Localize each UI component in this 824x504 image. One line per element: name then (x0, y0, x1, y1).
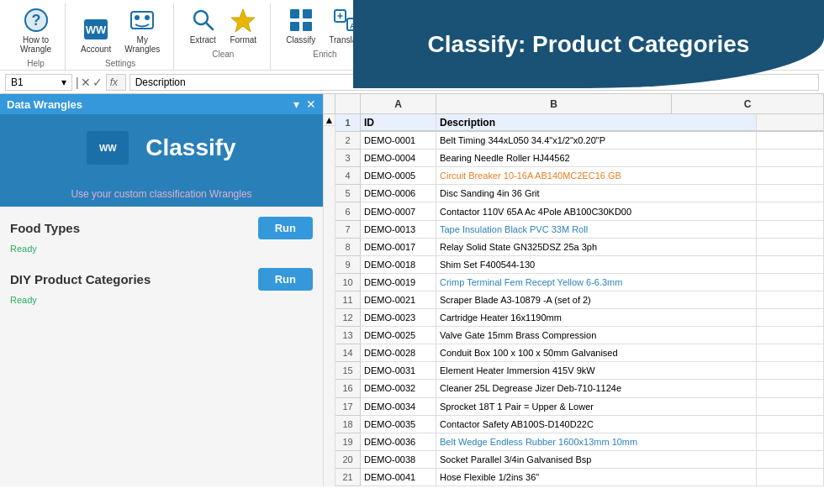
cell-a6[interactable]: DEMO-0007 (361, 202, 436, 220)
cell-c12[interactable] (757, 309, 824, 327)
cell-b4[interactable]: Circuit Breaker 10-16A AB140MC2EC16 GB (436, 167, 757, 185)
cell-c15[interactable] (757, 362, 824, 380)
cell-b11[interactable]: Scraper Blade A3-10879 -A (set of 2) (436, 291, 757, 309)
cell-c18[interactable] (757, 416, 824, 433)
cell-b9[interactable]: Shim Set F400544-130 (436, 256, 757, 274)
row-num-7[interactable]: 7 (335, 221, 361, 239)
cell-a3[interactable]: DEMO-0004 (361, 150, 436, 167)
cell-c19[interactable] (757, 433, 824, 451)
sidebar-collapse-button[interactable]: ▾ (293, 97, 299, 111)
cell-a16[interactable]: DEMO-0032 (361, 380, 436, 397)
row-num-10[interactable]: 10 (335, 274, 361, 291)
cell-c3[interactable] (757, 150, 824, 167)
cell-a8[interactable]: DEMO-0017 (361, 239, 436, 256)
cell-b21[interactable]: Hose Flexible 1/2ins 36" (436, 469, 757, 486)
cell-c9[interactable] (757, 256, 824, 274)
row-num-6[interactable]: 6 (335, 202, 361, 220)
row-num-3[interactable]: 3 (335, 150, 361, 167)
cell-b10[interactable]: Crimp Terminal Fem Recept Yellow 6-6.3mm (436, 274, 757, 291)
row-num-1[interactable]: 1 (335, 114, 361, 132)
header-cell-c[interactable] (757, 114, 824, 132)
row-num-13[interactable]: 13 (335, 327, 361, 344)
cell-a2[interactable]: DEMO-0001 (361, 132, 436, 150)
col-header-b[interactable]: B (436, 94, 672, 114)
cell-a5[interactable]: DEMO-0006 (361, 185, 436, 202)
cell-c6[interactable] (757, 202, 824, 220)
col-header-a[interactable]: A (361, 94, 436, 114)
row-num-19[interactable]: 19 (335, 433, 361, 451)
extract-button[interactable]: Extract (184, 3, 221, 48)
cell-b20[interactable]: Socket Parallel 3/4in Galvanised Bsp (436, 451, 757, 469)
cell-c14[interactable] (757, 344, 824, 362)
cell-c5[interactable] (757, 185, 824, 202)
sidebar-close-button[interactable]: ✕ (306, 97, 316, 111)
row-num-11[interactable]: 11 (335, 291, 361, 309)
cell-b7[interactable]: Tape Insulation Black PVC 33M Roll (436, 221, 757, 239)
cell-c21[interactable] (757, 469, 824, 486)
row-num-9[interactable]: 9 (335, 256, 361, 274)
cell-a20[interactable]: DEMO-0038 (361, 451, 436, 469)
cell-c7[interactable] (757, 221, 824, 239)
row-num-5[interactable]: 5 (335, 185, 361, 202)
cell-c4[interactable] (757, 167, 824, 185)
cell-a4[interactable]: DEMO-0005 (361, 167, 436, 185)
cell-a10[interactable]: DEMO-0019 (361, 274, 436, 291)
row-num-2[interactable]: 2 (335, 132, 361, 150)
cell-b3[interactable]: Bearing Needle Roller HJ44562 (436, 150, 757, 167)
row-num-18[interactable]: 18 (335, 416, 361, 433)
cell-a12[interactable]: DEMO-0023 (361, 309, 436, 327)
cell-b2[interactable]: Belt Timing 344xL050 34.4"x1/2"x0.20"P (436, 132, 757, 150)
run-food-button[interactable]: Run (258, 217, 313, 239)
cell-b16[interactable]: Cleaner 25L Degrease Jizer Deb-710-1124e (436, 380, 757, 397)
cell-b14[interactable]: Conduit Box 100 x 100 x 50mm Galvanised (436, 344, 757, 362)
col-header-c[interactable]: C (672, 94, 824, 114)
cell-b19[interactable]: Belt Wedge Endless Rubber 1600x13mm 10mm (436, 433, 757, 451)
cell-a19[interactable]: DEMO-0036 (361, 433, 436, 451)
cell-b17[interactable]: Sprocket 18T 1 Pair = Upper & Lower (436, 398, 757, 416)
cell-b5[interactable]: Disc Sanding 4in 36 Grit (436, 185, 757, 202)
row-num-21[interactable]: 21 (335, 469, 361, 486)
format-button[interactable]: Format (224, 3, 261, 48)
row-num-17[interactable]: 17 (335, 398, 361, 416)
classify-button[interactable]: Classify (281, 3, 320, 48)
row-num-8[interactable]: 8 (335, 239, 361, 256)
cell-c8[interactable] (757, 239, 824, 256)
cell-a15[interactable]: DEMO-0031 (361, 362, 436, 380)
row-num-15[interactable]: 15 (335, 362, 361, 380)
run-diy-button[interactable]: Run (258, 268, 313, 291)
cell-c10[interactable] (757, 274, 824, 291)
how-to-wrangle-button[interactable]: ? How toWrangle (15, 3, 56, 57)
cell-b18[interactable]: Contactor Safety AB100S-D140D22C (436, 416, 757, 433)
cell-c13[interactable] (757, 327, 824, 344)
scroll-up-arrow[interactable]: ▲ (324, 114, 335, 126)
cell-a14[interactable]: DEMO-0028 (361, 344, 436, 362)
cell-c17[interactable] (757, 398, 824, 416)
cell-reference[interactable]: B1 ▾ (5, 74, 72, 91)
cell-a21[interactable]: DEMO-0041 (361, 469, 436, 486)
cell-a17[interactable]: DEMO-0034 (361, 398, 436, 416)
row-num-20[interactable]: 20 (335, 451, 361, 469)
cell-b13[interactable]: Valve Gate 15mm Brass Compression (436, 327, 757, 344)
cell-c20[interactable] (757, 451, 824, 469)
cell-c2[interactable] (757, 132, 824, 150)
account-button[interactable]: WW Account (76, 13, 116, 57)
cell-c11[interactable] (757, 291, 824, 309)
cell-b8[interactable]: Relay Solid State GN325DSZ 25a 3ph (436, 239, 757, 256)
row-num-16[interactable]: 16 (335, 380, 361, 397)
cell-a9[interactable]: DEMO-0018 (361, 256, 436, 274)
header-cell-desc[interactable]: Description (436, 114, 757, 132)
cell-b15[interactable]: Element Heater Immersion 415V 9kW (436, 362, 757, 380)
row-num-14[interactable]: 14 (335, 344, 361, 362)
cell-a11[interactable]: DEMO-0021 (361, 291, 436, 309)
cell-c16[interactable] (757, 380, 824, 397)
row-num-12[interactable]: 12 (335, 309, 361, 327)
cell-a13[interactable]: DEMO-0025 (361, 327, 436, 344)
cell-b12[interactable]: Cartridge Heater 16x1190mm (436, 309, 757, 327)
cell-b6[interactable]: Contactor 110V 65A Ac 4Pole AB100C30KD00 (436, 202, 757, 220)
row-num-4[interactable]: 4 (335, 167, 361, 185)
formula-check-icon[interactable]: ✓ (92, 76, 103, 89)
cell-a7[interactable]: DEMO-0013 (361, 221, 436, 239)
formula-x-icon[interactable]: ✕ (81, 76, 91, 89)
header-cell-id[interactable]: ID (361, 114, 436, 132)
cell-a18[interactable]: DEMO-0035 (361, 416, 436, 433)
